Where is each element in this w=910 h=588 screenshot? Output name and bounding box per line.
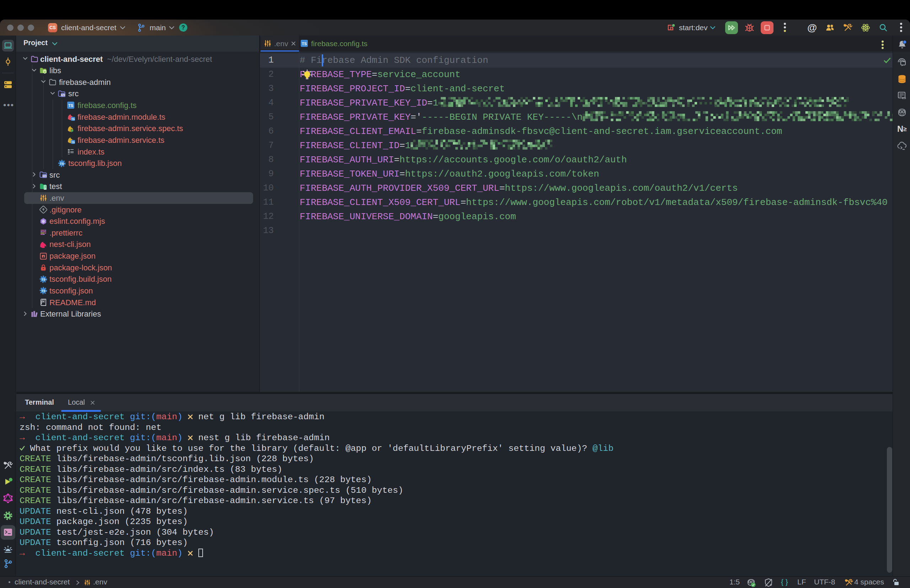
svg-text:TS: TS [68, 103, 73, 108]
svg-text:TS: TS [60, 162, 64, 166]
svg-text:TS: TS [41, 278, 45, 281]
svg-text:TS: TS [71, 118, 74, 120]
svg-text:TS: TS [71, 141, 74, 144]
svg-text:TS: TS [302, 42, 307, 46]
svg-text:TS: TS [41, 289, 45, 293]
